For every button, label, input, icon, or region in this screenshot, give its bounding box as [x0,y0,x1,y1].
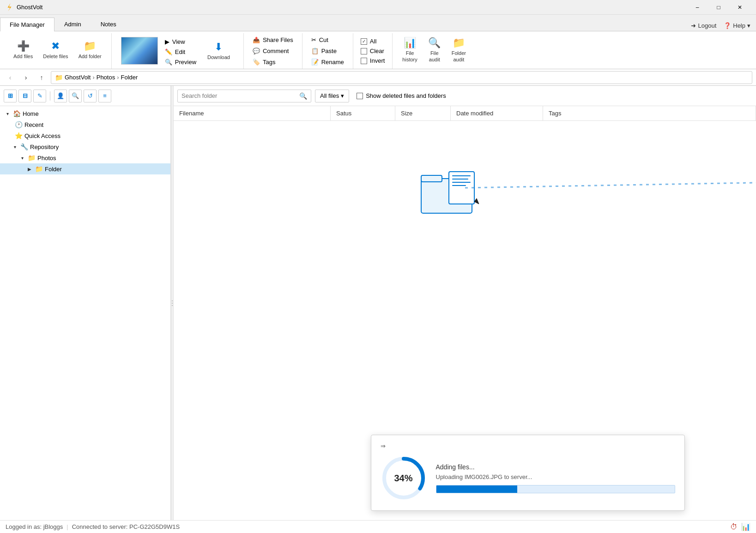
share-button[interactable]: 📤 Share Files [249,35,296,44]
folder-icon: 📁 [35,165,43,173]
select-clear[interactable]: Clear [359,47,387,55]
add-files-button[interactable]: ➕ Add files [9,35,37,65]
sidebar-search-icon: 🔍 [72,92,79,99]
status-bar: Logged in as: jBloggs | Connected to ser… [0,520,756,533]
list-icon: ≡ [103,92,107,99]
svg-rect-2 [421,175,442,182]
file-history-icon: 📊 [404,37,416,49]
paste-button[interactable]: 📋 Paste [308,46,347,55]
connected-text: Connected to server: PC-G22G5D9W1S [72,523,180,530]
tree-label-repository: Repository [30,144,59,150]
file-audit-button[interactable]: 🔍 Fileaudit [423,35,446,65]
tab-file-manager[interactable]: File Manager [0,18,54,31]
tree-item-home[interactable]: ▾ 🏠 Home [0,108,170,119]
show-deleted-checkbox[interactable] [357,93,363,99]
breadcrumb-part-2[interactable]: Photos [97,74,115,81]
file-area: 🔍 All files ▾ Show deleted files and fol… [174,86,756,520]
upload-status-text: Adding files... [436,463,675,471]
ribbon-group-files: ➕ Add files ✖ Delete files 📁 Add folder [4,33,112,69]
upload-overlay: ⇒ 34% Adding file [371,435,685,511]
close-button[interactable]: ✕ [729,0,750,15]
filter-chevron-icon: ▾ [341,92,344,99]
tree-label-quick-access: Quick Access [24,132,60,139]
sidebar-edit-btn[interactable]: ✎ [33,90,46,102]
delete-files-button[interactable]: ✖ Delete files [39,35,72,65]
select-invert-checkbox[interactable] [361,58,367,64]
ribbon: ➕ Add files ✖ Delete files 📁 Add folder … [0,31,756,69]
sidebar-divider-1 [50,91,50,101]
sidebar-search-btn[interactable]: 🔍 [69,90,82,102]
expand-home[interactable]: ▾ [4,110,11,117]
help-button[interactable]: ❓ Help ▾ [724,22,750,29]
search-input[interactable] [181,92,297,99]
share-buttons: 📤 Share Files 💬 Comment 🏷️ Tags [249,33,296,66]
download-button[interactable]: ⬇ Download [203,36,234,66]
tree-item-repository[interactable]: ▾ 🔧 Repository [0,141,170,152]
ribbon-group-select: ✓ All Clear Invert [353,33,393,69]
file-audit-icon: 🔍 [428,37,441,49]
view-icon: ▶ [165,38,169,45]
sidebar-user-btn[interactable]: 👤 [54,90,67,102]
photos-folder-icon: 📁 [28,154,36,162]
filter-button[interactable]: All files ▾ [315,90,349,102]
upload-content: 34% Adding files... Uploading IMG0026.JP… [381,455,675,501]
select-all-checkbox[interactable]: ✓ [361,38,367,45]
rename-button[interactable]: 📝 Rename [308,57,347,66]
tree-label-recent: Recent [24,121,43,128]
expand-folder[interactable]: ▶ [26,165,33,173]
breadcrumb-part-3[interactable]: Folder [121,74,138,81]
col-header-tags[interactable]: Tags [543,106,756,120]
tab-notes[interactable]: Notes [91,17,126,31]
table-header: Filename Satus Size Date modified Tags [174,106,756,121]
forward-button[interactable]: › [19,71,32,84]
sidebar-add-btn[interactable]: ⊞ [4,90,17,102]
tab-admin[interactable]: Admin [54,17,91,31]
show-deleted-label: Show deleted files and folders [366,92,446,99]
tree-item-folder[interactable]: ▶ 📁 Folder [0,163,170,174]
tree-item-recent[interactable]: 🕐 Recent [0,119,170,130]
folder-audit-label: Folderaudit [452,50,466,62]
up-button[interactable]: ↑ [35,71,48,84]
show-deleted-option[interactable]: Show deleted files and folders [357,92,446,99]
view-button[interactable]: ▶ View [162,37,200,46]
tree-item-photos[interactable]: ▾ 📁 Photos [0,152,170,163]
timer-icon: ⏱ [730,523,738,531]
logout-button[interactable]: ➜ Logout [691,22,716,29]
title-bar-controls: – □ ✕ [687,0,750,15]
sidebar-list-btn[interactable]: ≡ [98,90,111,102]
sidebar-remove-btn[interactable]: ⊟ [18,90,31,102]
file-history-button[interactable]: 📊 Filehistory [398,35,421,65]
sidebar-refresh-btn[interactable]: ↺ [84,90,97,102]
file-table: Filename Satus Size Date modified Tags [174,106,756,520]
upload-info: Adding files... Uploading IMG0026.JPG to… [436,463,675,493]
col-header-size[interactable]: Size [395,106,451,120]
sidebar-toolbar: ⊞ ⊟ ✎ 👤 🔍 ↺ ≡ [0,86,170,106]
breadcrumb-folder-icon: 📁 [55,74,63,81]
col-header-date[interactable]: Date modified [451,106,543,120]
tree-item-quick-access[interactable]: ⭐ Quick Access [0,130,170,141]
back-button[interactable]: ‹ [4,71,17,84]
progress-bar-fill [436,485,517,493]
preview-button[interactable]: 🔍 Preview [162,57,200,66]
minimize-button[interactable]: – [687,0,708,15]
maximize-button[interactable]: □ [708,0,729,15]
expand-repository[interactable]: ▾ [11,143,18,150]
edit-square-icon: ✎ [37,92,42,99]
comment-icon: 💬 [253,48,260,54]
col-header-filename[interactable]: Filename [174,106,331,120]
select-all[interactable]: ✓ All [359,37,387,46]
select-invert[interactable]: Invert [359,56,387,65]
select-clear-checkbox[interactable] [361,48,367,54]
cut-button[interactable]: ✂ Cut [308,35,347,44]
folder-audit-button[interactable]: 📁 Folderaudit [448,35,470,65]
tab-right-actions: ➜ Logout ❓ Help ▾ [691,22,756,31]
add-folder-button[interactable]: 📁 Add folder [74,35,106,65]
delete-files-icon: ✖ [51,40,60,52]
comment-button[interactable]: 💬 Comment [249,46,296,55]
col-header-status[interactable]: Satus [331,106,395,120]
tags-button[interactable]: 🏷️ Tags [249,57,296,66]
breadcrumb-part-1[interactable]: GhostVolt [65,74,91,81]
search-box[interactable]: 🔍 [177,90,311,102]
expand-photos[interactable]: ▾ [18,154,26,162]
edit-button[interactable]: ✏️ Edit [162,47,200,56]
